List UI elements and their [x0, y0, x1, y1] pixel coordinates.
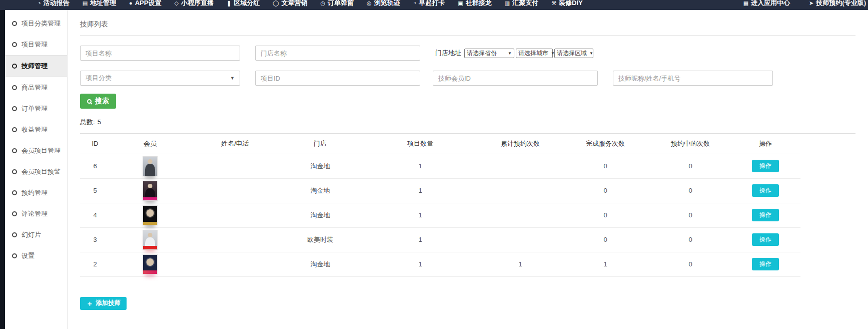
province-select[interactable]: 请选择省份 ▼ — [464, 49, 514, 58]
column-header-action: 操作 — [730, 134, 800, 154]
sidebar-item-goods-manage[interactable]: 商品管理 — [5, 77, 67, 98]
table-row: 3欧美时装100操作 — [80, 227, 800, 252]
sidebar-item-settings[interactable]: 设置 — [5, 245, 67, 266]
table-row: 6淘金地100操作 — [80, 154, 800, 178]
cell-member — [110, 154, 190, 178]
topbar-item-app-center[interactable]: ▦进入应用中心 — [743, 0, 790, 8]
topbar-item-region-bonus[interactable]: ❚区域分红 — [227, 0, 260, 8]
topbar-item-order-popup[interactable]: ◷订单弹窗 — [320, 0, 354, 8]
project-category-select[interactable]: 项目分类 ▼ — [80, 71, 240, 86]
cell-completed-services: 0 — [560, 227, 650, 252]
row-action-button[interactable]: 操作 — [752, 233, 779, 246]
technician-avatar[interactable] — [143, 181, 158, 201]
sidebar-item-project-manage[interactable]: 项目管理 — [5, 34, 67, 55]
sidebar-item-technician-manage[interactable]: 技师管理 — [5, 55, 67, 77]
total-count-label: 总数: — [80, 118, 95, 126]
cell-total-bookings — [480, 178, 560, 203]
cell-member — [110, 178, 190, 203]
avatar-head-shape — [148, 159, 153, 164]
cell-total-bookings — [480, 154, 560, 178]
topbar-item-label: 装修DIY — [559, 0, 583, 8]
search-button[interactable]: 搜索 — [80, 94, 116, 109]
topbar-item-morning-checkin[interactable]: ◔早起打卡 — [413, 0, 445, 8]
sidebar-item-label: 项目管理 — [22, 40, 48, 49]
sidebar-item-label: 评论管理 — [22, 209, 48, 218]
topbar-item-label: 早起打卡 — [419, 0, 445, 8]
topbar-menu: ◔活动报告▤地址管理●APP设置◇小程序直播❚区域分红◯文章营销◷订单弹窗◎浏览… — [38, 0, 596, 8]
topbar-item-address-manage[interactable]: ▤地址管理 — [83, 0, 116, 8]
city-select[interactable]: 请选择城市 ▼ — [516, 49, 553, 58]
collapsed-nav-strip — [0, 10, 5, 329]
column-header-total-bookings: 累计预约次数 — [480, 134, 560, 154]
technician-keyword-input[interactable] — [613, 71, 773, 86]
cell-member — [110, 227, 190, 252]
row-action-button[interactable]: 操作 — [752, 258, 779, 270]
avatar-torso-shape — [145, 164, 155, 176]
sidebar-item-project-category-manage[interactable]: 项目分类管理 — [5, 13, 67, 34]
address-card-icon: ▤ — [83, 1, 88, 6]
cell-action: 操作 — [730, 154, 800, 178]
sidebar-item-slideshow[interactable]: 幻灯片 — [5, 224, 67, 245]
technician-avatar[interactable] — [143, 254, 158, 274]
topbar-item-article-marketing[interactable]: ◯文章营销 — [273, 0, 307, 8]
topbar-item-label: 小程序直播 — [181, 0, 214, 8]
cell-id: 5 — [80, 178, 110, 203]
plus-icon: ＋ — [86, 300, 93, 307]
sidebar-item-label: 商品管理 — [22, 83, 48, 92]
topbar-item-label: 活动报告 — [44, 0, 70, 8]
project-name-input[interactable] — [80, 46, 240, 61]
topbar-item-huiju-pay[interactable]: ▥汇聚支付 — [505, 0, 538, 8]
sidebar-item-member-project-manage[interactable]: 会员项目管理 — [5, 140, 67, 161]
technician-avatar[interactable] — [143, 205, 158, 225]
circle-icon — [12, 190, 17, 195]
technician-avatar[interactable] — [143, 230, 158, 250]
column-header-completed-services: 完成服务次数 — [560, 134, 650, 154]
row-action-button[interactable]: 操作 — [752, 209, 779, 221]
checkin-icon: ◔ — [413, 1, 417, 6]
add-technician-button[interactable]: ＋ 添加技师 — [80, 297, 127, 310]
circle-icon — [12, 169, 17, 174]
row-action-button[interactable]: 操作 — [752, 160, 779, 172]
sidebar-item-label: 设置 — [22, 251, 35, 260]
sidebar-item-order-manage[interactable]: 订单管理 — [5, 98, 67, 119]
diy-icon: ⚒ — [551, 1, 556, 6]
cell-member — [110, 203, 190, 227]
cell-store: 淘金地 — [280, 178, 360, 203]
cell-id: 3 — [80, 227, 110, 252]
avatar-banner-shape — [143, 197, 157, 200]
topbar-item-label: 进入应用中心 — [751, 0, 790, 8]
community-icon: ▣ — [458, 1, 463, 6]
chevron-down-icon: ▼ — [508, 51, 512, 56]
circle-icon — [12, 21, 17, 26]
topbar-item-app-settings[interactable]: ●APP设置 — [129, 0, 161, 8]
topbar-item-mini-program-live[interactable]: ◇小程序直播 — [174, 0, 213, 8]
topbar-item-app-version[interactable]: ➤技师预约(专业版) — [809, 0, 866, 8]
topbar-item-label: 技师预约(专业版) — [816, 0, 866, 8]
column-header-pending-bookings: 预约中的次数 — [650, 134, 730, 154]
cell-pending-bookings: 0 — [650, 178, 730, 203]
technician-avatar[interactable] — [143, 156, 158, 176]
topbar-item-activity-report[interactable]: ◔活动报告 — [38, 0, 70, 8]
table-body: 6淘金地100操作5淘金地100操作4淘金地100操作3欧美时装100操作2淘金… — [80, 154, 800, 276]
sidebar-item-label: 订单管理 — [22, 104, 48, 113]
total-count-value: 5 — [98, 118, 101, 126]
topbar-item-browse-track[interactable]: ◎浏览轨迹 — [367, 0, 400, 8]
sidebar-item-income-manage[interactable]: 收益管理 — [5, 119, 67, 140]
topbar-item-label: 浏览轨迹 — [374, 0, 400, 8]
sidebar-item-label: 技师管理 — [22, 62, 48, 71]
store-address-group: 门店地址 请选择省份 ▼ 请选择城市 ▼ 请选择区域 ▼ — [435, 49, 595, 58]
store-name-input[interactable] — [255, 46, 420, 61]
project-id-input[interactable] — [255, 71, 420, 86]
cell-completed-services: 0 — [560, 178, 650, 203]
cell-store: 欧美时装 — [280, 227, 360, 252]
sidebar-item-booking-manage[interactable]: 预约管理 — [5, 182, 67, 203]
sidebar-item-member-project-warning[interactable]: 会员项目预警 — [5, 161, 67, 182]
topbar-item-decorate-diy[interactable]: ⚒装修DIY — [551, 0, 583, 8]
circle-icon — [12, 148, 17, 153]
sidebar-item-comment-manage[interactable]: 评论管理 — [5, 203, 67, 224]
topbar-item-group-chain[interactable]: ▣社群接龙 — [458, 0, 491, 8]
region-bonus-icon: ❚ — [227, 1, 231, 6]
row-action-button[interactable]: 操作 — [752, 184, 779, 197]
technician-member-id-input[interactable] — [433, 71, 598, 86]
district-select[interactable]: 请选择区域 ▼ — [554, 49, 593, 58]
